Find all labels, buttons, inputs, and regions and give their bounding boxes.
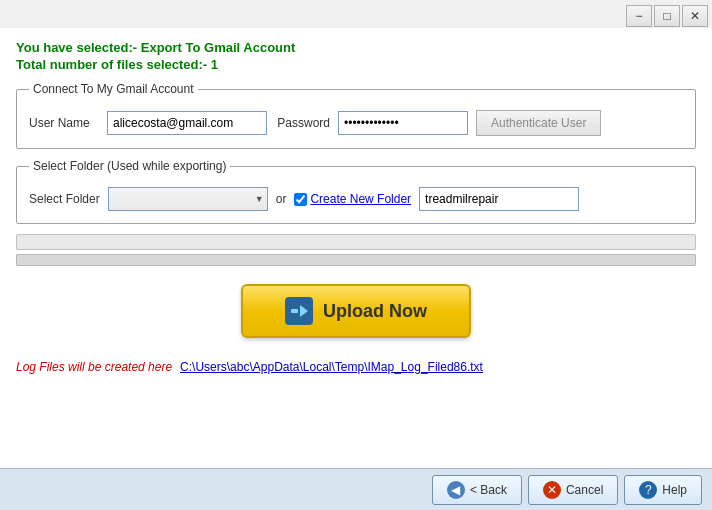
cancel-label: Cancel xyxy=(566,483,603,497)
minimize-button[interactable]: − xyxy=(626,5,652,27)
svg-rect-0 xyxy=(291,309,298,313)
create-folder-checkbox[interactable] xyxy=(294,193,307,206)
select-folder-label: Select Folder xyxy=(29,192,100,206)
or-text: or xyxy=(276,192,287,206)
selected-export-label: You have selected:- Export To Gmail Acco… xyxy=(16,40,696,55)
svg-marker-1 xyxy=(300,305,308,317)
folder-name-input[interactable] xyxy=(419,187,579,211)
upload-label: Upload Now xyxy=(323,301,427,322)
username-label: User Name xyxy=(29,116,99,130)
cancel-button[interactable]: ✕ Cancel xyxy=(528,475,618,505)
gmail-row: User Name Password Authenticate User xyxy=(29,110,683,136)
progress-bar-1 xyxy=(16,234,696,250)
password-label: Password xyxy=(275,116,330,130)
upload-section: Upload Now xyxy=(16,276,696,346)
gmail-legend: Connect To My Gmail Account xyxy=(29,82,198,96)
help-button[interactable]: ? Help xyxy=(624,475,702,505)
progress-bar-2 xyxy=(16,254,696,266)
maximize-button[interactable]: □ xyxy=(654,5,680,27)
back-icon: ◀ xyxy=(447,481,465,499)
upload-button[interactable]: Upload Now xyxy=(241,284,471,338)
password-input[interactable] xyxy=(338,111,468,135)
help-label: Help xyxy=(662,483,687,497)
title-bar: − □ ✕ xyxy=(0,0,712,28)
help-icon: ? xyxy=(639,481,657,499)
log-link[interactable]: C:\Users\abc\AppData\Local\Temp\IMap_Log… xyxy=(180,360,483,374)
folder-fieldset: Select Folder (Used while exporting) Sel… xyxy=(16,159,696,224)
total-files-label: Total number of files selected:- 1 xyxy=(16,57,696,72)
cancel-icon: ✕ xyxy=(543,481,561,499)
create-folder-label[interactable]: Create New Folder xyxy=(294,192,411,206)
create-folder-text: Create New Folder xyxy=(310,192,411,206)
progress-area xyxy=(16,234,696,266)
folder-select-wrapper xyxy=(108,187,268,211)
header-info: You have selected:- Export To Gmail Acco… xyxy=(16,40,696,72)
back-button[interactable]: ◀ < Back xyxy=(432,475,522,505)
close-button[interactable]: ✕ xyxy=(682,5,708,27)
back-label: < Back xyxy=(470,483,507,497)
upload-icon xyxy=(285,297,313,325)
username-input[interactable] xyxy=(107,111,267,135)
gmail-fieldset: Connect To My Gmail Account User Name Pa… xyxy=(16,82,696,149)
log-section: Log Files will be created here C:\Users\… xyxy=(16,356,696,378)
bottom-bar: ◀ < Back ✕ Cancel ? Help xyxy=(0,468,712,510)
folder-legend: Select Folder (Used while exporting) xyxy=(29,159,230,173)
folder-select[interactable] xyxy=(108,187,268,211)
authenticate-button[interactable]: Authenticate User xyxy=(476,110,601,136)
main-content: You have selected:- Export To Gmail Acco… xyxy=(0,28,712,468)
folder-row: Select Folder or Create New Folder xyxy=(29,187,683,211)
log-label: Log Files will be created here xyxy=(16,360,172,374)
